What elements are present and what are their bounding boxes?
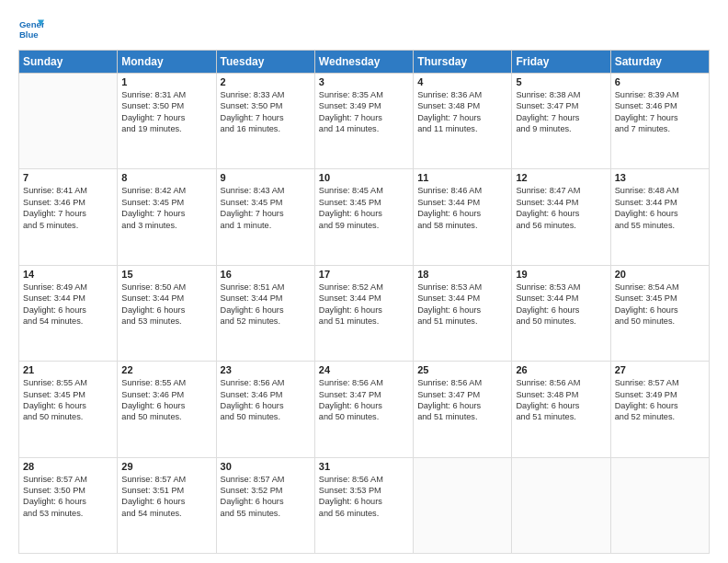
- cell-details: Sunrise: 8:56 AM Sunset: 3:47 PM Dayligh…: [417, 377, 507, 423]
- cell-details: Sunrise: 8:55 AM Sunset: 3:45 PM Dayligh…: [23, 377, 113, 423]
- day-number: 31: [319, 461, 409, 472]
- cell-details: Sunrise: 8:38 AM Sunset: 3:47 PM Dayligh…: [516, 89, 606, 135]
- cell-details: Sunrise: 8:45 AM Sunset: 3:45 PM Dayligh…: [319, 185, 409, 231]
- cell-details: Sunrise: 8:47 AM Sunset: 3:44 PM Dayligh…: [516, 185, 606, 231]
- calendar-cell: 8Sunrise: 8:42 AM Sunset: 3:45 PM Daylig…: [118, 169, 216, 265]
- logo-icon: General Blue: [18, 17, 44, 42]
- cell-details: Sunrise: 8:39 AM Sunset: 3:46 PM Dayligh…: [615, 89, 705, 135]
- calendar-cell: 23Sunrise: 8:56 AM Sunset: 3:46 PM Dayli…: [216, 362, 314, 457]
- cell-details: Sunrise: 8:56 AM Sunset: 3:48 PM Dayligh…: [516, 377, 606, 423]
- day-number: 4: [417, 76, 507, 87]
- day-number: 5: [516, 76, 606, 87]
- calendar-cell: 30Sunrise: 8:57 AM Sunset: 3:52 PM Dayli…: [216, 457, 314, 553]
- cell-details: Sunrise: 8:57 AM Sunset: 3:50 PM Dayligh…: [23, 474, 113, 520]
- calendar-cell: 29Sunrise: 8:57 AM Sunset: 3:51 PM Dayli…: [118, 457, 216, 553]
- day-number: 20: [615, 269, 705, 280]
- day-number: 6: [615, 76, 705, 87]
- day-number: 13: [615, 172, 705, 183]
- day-number: 29: [121, 461, 211, 472]
- calendar-cell: 17Sunrise: 8:52 AM Sunset: 3:44 PM Dayli…: [314, 265, 413, 361]
- day-number: 12: [516, 172, 606, 183]
- calendar-cell: [610, 457, 709, 553]
- cell-details: Sunrise: 8:46 AM Sunset: 3:44 PM Dayligh…: [417, 185, 507, 231]
- day-number: 16: [221, 269, 311, 280]
- day-number: 25: [417, 364, 507, 375]
- day-number: 10: [319, 172, 409, 183]
- calendar-cell: [512, 457, 610, 553]
- cell-details: Sunrise: 8:57 AM Sunset: 3:52 PM Dayligh…: [221, 474, 311, 520]
- calendar: SundayMondayTuesdayWednesdayThursdayFrid…: [18, 50, 710, 554]
- cell-details: Sunrise: 8:57 AM Sunset: 3:49 PM Dayligh…: [615, 377, 705, 423]
- calendar-cell: 3Sunrise: 8:35 AM Sunset: 3:49 PM Daylig…: [314, 74, 413, 169]
- calendar-cell: [19, 74, 118, 169]
- day-number: 23: [221, 364, 311, 375]
- day-number: 19: [516, 269, 606, 280]
- calendar-cell: 1Sunrise: 8:31 AM Sunset: 3:50 PM Daylig…: [118, 74, 216, 169]
- cell-details: Sunrise: 8:50 AM Sunset: 3:44 PM Dayligh…: [121, 282, 211, 327]
- calendar-cell: 13Sunrise: 8:48 AM Sunset: 3:44 PM Dayli…: [610, 169, 709, 265]
- day-number: 15: [121, 269, 211, 280]
- calendar-cell: 7Sunrise: 8:41 AM Sunset: 3:46 PM Daylig…: [19, 169, 118, 265]
- cell-details: Sunrise: 8:41 AM Sunset: 3:46 PM Dayligh…: [23, 185, 113, 231]
- day-header-thursday: Thursday: [414, 51, 512, 74]
- cell-details: Sunrise: 8:42 AM Sunset: 3:45 PM Dayligh…: [121, 185, 211, 231]
- svg-text:Blue: Blue: [19, 29, 39, 40]
- calendar-cell: 6Sunrise: 8:39 AM Sunset: 3:46 PM Daylig…: [610, 74, 709, 169]
- cell-details: Sunrise: 8:51 AM Sunset: 3:44 PM Dayligh…: [221, 282, 311, 327]
- calendar-cell: 18Sunrise: 8:53 AM Sunset: 3:44 PM Dayli…: [414, 265, 512, 361]
- calendar-cell: 2Sunrise: 8:33 AM Sunset: 3:50 PM Daylig…: [216, 74, 314, 169]
- calendar-cell: 24Sunrise: 8:56 AM Sunset: 3:47 PM Dayli…: [314, 362, 413, 457]
- day-number: 21: [23, 364, 113, 375]
- calendar-cell: 21Sunrise: 8:55 AM Sunset: 3:45 PM Dayli…: [19, 362, 118, 457]
- day-number: 8: [121, 172, 211, 183]
- day-header-saturday: Saturday: [610, 51, 709, 74]
- calendar-cell: 11Sunrise: 8:46 AM Sunset: 3:44 PM Dayli…: [414, 169, 512, 265]
- calendar-cell: 14Sunrise: 8:49 AM Sunset: 3:44 PM Dayli…: [19, 265, 118, 361]
- cell-details: Sunrise: 8:43 AM Sunset: 3:45 PM Dayligh…: [221, 185, 311, 231]
- cell-details: Sunrise: 8:56 AM Sunset: 3:47 PM Dayligh…: [319, 377, 409, 423]
- cell-details: Sunrise: 8:48 AM Sunset: 3:44 PM Dayligh…: [615, 185, 705, 231]
- cell-details: Sunrise: 8:56 AM Sunset: 3:46 PM Dayligh…: [221, 377, 311, 423]
- calendar-cell: [414, 457, 512, 553]
- day-number: 30: [221, 461, 311, 472]
- cell-details: Sunrise: 8:55 AM Sunset: 3:46 PM Dayligh…: [121, 377, 211, 423]
- calendar-cell: 25Sunrise: 8:56 AM Sunset: 3:47 PM Dayli…: [414, 362, 512, 457]
- day-header-wednesday: Wednesday: [314, 51, 413, 74]
- cell-details: Sunrise: 8:36 AM Sunset: 3:48 PM Dayligh…: [417, 89, 507, 135]
- day-number: 17: [319, 269, 409, 280]
- calendar-cell: 9Sunrise: 8:43 AM Sunset: 3:45 PM Daylig…: [216, 169, 314, 265]
- day-number: 2: [221, 76, 311, 87]
- calendar-cell: 27Sunrise: 8:57 AM Sunset: 3:49 PM Dayli…: [610, 362, 709, 457]
- calendar-cell: 4Sunrise: 8:36 AM Sunset: 3:48 PM Daylig…: [414, 74, 512, 169]
- calendar-cell: 12Sunrise: 8:47 AM Sunset: 3:44 PM Dayli…: [512, 169, 610, 265]
- day-header-monday: Monday: [118, 51, 216, 74]
- cell-details: Sunrise: 8:31 AM Sunset: 3:50 PM Dayligh…: [121, 89, 211, 135]
- day-header-friday: Friday: [512, 51, 610, 74]
- cell-details: Sunrise: 8:53 AM Sunset: 3:44 PM Dayligh…: [516, 282, 606, 327]
- calendar-cell: 5Sunrise: 8:38 AM Sunset: 3:47 PM Daylig…: [512, 74, 610, 169]
- calendar-cell: 20Sunrise: 8:54 AM Sunset: 3:45 PM Dayli…: [610, 265, 709, 361]
- cell-details: Sunrise: 8:56 AM Sunset: 3:53 PM Dayligh…: [319, 474, 409, 520]
- day-number: 14: [23, 269, 113, 280]
- calendar-cell: 28Sunrise: 8:57 AM Sunset: 3:50 PM Dayli…: [19, 457, 118, 553]
- cell-details: Sunrise: 8:52 AM Sunset: 3:44 PM Dayligh…: [319, 282, 409, 327]
- cell-details: Sunrise: 8:53 AM Sunset: 3:44 PM Dayligh…: [417, 282, 507, 327]
- calendar-cell: 10Sunrise: 8:45 AM Sunset: 3:45 PM Dayli…: [314, 169, 413, 265]
- cell-details: Sunrise: 8:57 AM Sunset: 3:51 PM Dayligh…: [121, 474, 211, 520]
- day-number: 26: [516, 364, 606, 375]
- cell-details: Sunrise: 8:54 AM Sunset: 3:45 PM Dayligh…: [615, 282, 705, 327]
- day-number: 28: [23, 461, 113, 472]
- calendar-cell: 22Sunrise: 8:55 AM Sunset: 3:46 PM Dayli…: [118, 362, 216, 457]
- day-number: 3: [319, 76, 409, 87]
- calendar-cell: 26Sunrise: 8:56 AM Sunset: 3:48 PM Dayli…: [512, 362, 610, 457]
- day-number: 24: [319, 364, 409, 375]
- day-number: 1: [121, 76, 211, 87]
- cell-details: Sunrise: 8:49 AM Sunset: 3:44 PM Dayligh…: [23, 282, 113, 327]
- day-number: 27: [615, 364, 705, 375]
- cell-details: Sunrise: 8:35 AM Sunset: 3:49 PM Dayligh…: [319, 89, 409, 135]
- day-header-tuesday: Tuesday: [216, 51, 314, 74]
- day-number: 18: [417, 269, 507, 280]
- day-number: 7: [23, 172, 113, 183]
- day-header-sunday: Sunday: [19, 51, 118, 74]
- day-number: 22: [121, 364, 211, 375]
